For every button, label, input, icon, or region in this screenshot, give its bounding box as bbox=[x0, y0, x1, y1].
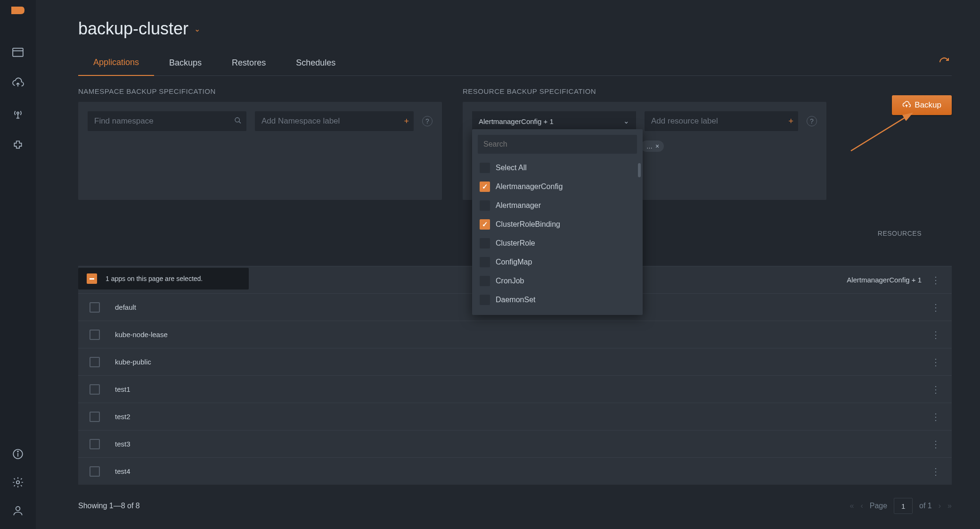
tab-restores[interactable]: Restores bbox=[217, 50, 281, 75]
row-checkbox[interactable] bbox=[90, 330, 100, 340]
backup-button[interactable]: Backup bbox=[892, 95, 952, 115]
row-name: test2 bbox=[115, 413, 131, 421]
tab-schedules[interactable]: Schedules bbox=[281, 50, 351, 75]
checkbox-icon[interactable] bbox=[480, 238, 490, 248]
namespace-section-label: NAMESPACE BACKUP SPECIFICATION bbox=[78, 87, 442, 95]
namespace-section: NAMESPACE BACKUP SPECIFICATION + ? bbox=[78, 87, 442, 200]
row-menu-icon[interactable]: ⋮ bbox=[931, 438, 940, 450]
add-namespace-label-input[interactable] bbox=[255, 111, 414, 131]
row-checkbox[interactable] bbox=[90, 357, 100, 367]
checkbox-icon[interactable] bbox=[480, 276, 490, 286]
table-row[interactable]: kube-public ⋮ bbox=[78, 348, 952, 375]
page-label: Page bbox=[870, 502, 887, 510]
tabs: Applications Backups Restores Schedules bbox=[78, 50, 952, 76]
table-row[interactable]: test4 ⋮ bbox=[78, 457, 952, 485]
dropdown-item-label: AlertmanagerConfig bbox=[496, 182, 563, 191]
checkbox-icon[interactable] bbox=[480, 257, 490, 267]
dropdown-select-all[interactable]: Select All bbox=[478, 158, 637, 177]
user-icon[interactable] bbox=[11, 504, 25, 518]
row-menu-icon[interactable]: ⋮ bbox=[931, 466, 940, 477]
page-last-icon[interactable]: » bbox=[947, 502, 952, 510]
info-icon[interactable] bbox=[11, 447, 25, 461]
plus-icon[interactable]: + bbox=[788, 116, 793, 126]
checkbox-icon[interactable] bbox=[480, 163, 490, 173]
row-name: test4 bbox=[115, 467, 131, 475]
page-next-icon[interactable]: › bbox=[939, 502, 941, 510]
page-current-input[interactable] bbox=[894, 498, 913, 514]
dropdown-item[interactable]: ClusterRole bbox=[478, 234, 637, 253]
table-row[interactable]: kube-node-lease ⋮ bbox=[78, 321, 952, 348]
row-menu-icon[interactable]: ⋮ bbox=[931, 356, 940, 368]
resource-dropdown-menu: Select All AlertmanagerConfigAlertmanage… bbox=[472, 129, 643, 315]
checkbox-partial-icon[interactable] bbox=[87, 273, 97, 284]
row-checkbox[interactable] bbox=[90, 439, 100, 449]
dropdown-item[interactable]: ClusterRoleBinding bbox=[478, 215, 637, 234]
svg-line-9 bbox=[239, 122, 241, 124]
row-name: default bbox=[115, 303, 136, 311]
find-namespace-input[interactable] bbox=[88, 111, 246, 131]
chevron-down-icon: ⌄ bbox=[623, 117, 629, 125]
broadcast-icon[interactable] bbox=[11, 107, 25, 122]
svg-point-5 bbox=[17, 451, 18, 452]
dashboard-icon[interactable] bbox=[11, 45, 25, 59]
resources-column-header: RESOURCES bbox=[878, 230, 922, 237]
svg-point-8 bbox=[235, 118, 239, 122]
dropdown-item[interactable]: ConfigMap bbox=[478, 253, 637, 272]
row-menu-icon[interactable]: ⋮ bbox=[931, 274, 940, 286]
resource-dropdown-value: AlertmanagerConfig + 1 bbox=[479, 117, 554, 125]
checkbox-icon[interactable] bbox=[480, 182, 490, 192]
checkbox-icon[interactable] bbox=[480, 200, 490, 211]
tab-backups[interactable]: Backups bbox=[154, 50, 217, 75]
dropdown-search-input[interactable] bbox=[478, 135, 637, 154]
page-first-icon[interactable]: « bbox=[849, 502, 854, 510]
row-name: kube-public bbox=[115, 358, 151, 366]
page-of: of 1 bbox=[919, 502, 932, 510]
row-checkbox[interactable] bbox=[90, 302, 100, 313]
settings-icon[interactable] bbox=[11, 475, 25, 489]
row-checkbox[interactable] bbox=[90, 412, 100, 422]
dropdown-item[interactable]: AlertmanagerConfig bbox=[478, 177, 637, 196]
refresh-icon[interactable] bbox=[939, 57, 950, 68]
cloud-upload-icon[interactable] bbox=[11, 76, 25, 91]
add-resource-label-input[interactable] bbox=[645, 111, 798, 131]
page-title[interactable]: backup-cluster ⌄ bbox=[78, 19, 952, 39]
row-checkbox[interactable] bbox=[90, 466, 100, 477]
close-icon[interactable]: × bbox=[655, 142, 659, 150]
sidebar bbox=[0, 0, 36, 529]
extension-icon[interactable] bbox=[11, 139, 25, 153]
plus-icon[interactable]: + bbox=[404, 116, 409, 126]
dropdown-item[interactable]: CronJob bbox=[478, 272, 637, 290]
help-icon[interactable]: ? bbox=[807, 116, 817, 126]
dropdown-item-label: CronJob bbox=[496, 277, 524, 285]
svg-rect-0 bbox=[13, 48, 23, 56]
scrollbar[interactable] bbox=[638, 163, 641, 177]
selection-status-text: 1 apps on this page are selected. bbox=[106, 275, 203, 282]
table-row[interactable]: test2 ⋮ bbox=[78, 403, 952, 430]
svg-point-7 bbox=[16, 506, 20, 511]
svg-point-6 bbox=[16, 481, 20, 484]
checkbox-icon[interactable] bbox=[480, 219, 490, 230]
row-menu-icon[interactable]: ⋮ bbox=[931, 329, 940, 340]
resource-section-label: RESOURCE BACKUP SPECIFICATION bbox=[463, 87, 826, 95]
resource-type-dropdown[interactable]: AlertmanagerConfig + 1 ⌄ bbox=[472, 111, 636, 131]
row-menu-icon[interactable]: ⋮ bbox=[931, 384, 940, 395]
dropdown-item[interactable]: Alertmanager bbox=[478, 196, 637, 215]
showing-text: Showing 1—8 of 8 bbox=[78, 502, 140, 510]
dropdown-item[interactable]: DaemonSet bbox=[478, 290, 637, 309]
svg-point-2 bbox=[17, 112, 19, 114]
page-prev-icon[interactable]: ‹ bbox=[860, 502, 863, 510]
help-icon[interactable]: ? bbox=[422, 116, 433, 126]
main-content: backup-cluster ⌄ Applications Backups Re… bbox=[36, 0, 980, 529]
row-menu-icon[interactable]: ⋮ bbox=[931, 302, 940, 313]
table-footer: Showing 1—8 of 8 « ‹ Page of 1 › » bbox=[78, 498, 952, 514]
search-icon bbox=[234, 117, 242, 126]
checkbox-icon[interactable] bbox=[480, 295, 490, 305]
table-row[interactable]: test3 ⋮ bbox=[78, 430, 952, 457]
dropdown-item-label: ClusterRole bbox=[496, 239, 535, 248]
row-name: kube-node-lease bbox=[115, 331, 168, 339]
dropdown-item-label: ClusterRoleBinding bbox=[496, 220, 560, 229]
tab-applications[interactable]: Applications bbox=[78, 50, 154, 76]
table-row[interactable]: test1 ⋮ bbox=[78, 375, 952, 403]
row-checkbox[interactable] bbox=[90, 384, 100, 395]
row-menu-icon[interactable]: ⋮ bbox=[931, 411, 940, 422]
